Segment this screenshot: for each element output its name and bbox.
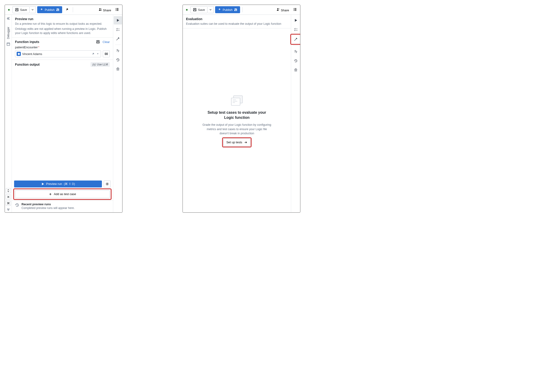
preview-run-header: Preview run Do a preview run of this log… — [12, 15, 113, 37]
rail-history-tab[interactable] — [114, 56, 122, 64]
command-button[interactable] — [6, 201, 11, 206]
setup-tests-button[interactable]: Set up tests — [223, 139, 250, 146]
right-rail — [291, 15, 300, 212]
svg-point-26 — [296, 69, 296, 70]
clear-inputs-link[interactable]: Clear — [103, 40, 110, 44]
debugger-rail-label[interactable]: Debugger — [7, 27, 10, 39]
rail-deploy-tab[interactable] — [114, 65, 122, 73]
checklist-icon — [294, 28, 298, 31]
collapse-down-icon[interactable] — [7, 208, 10, 211]
evaluation-panel: Save Publish Share Evaluation Evaluation… — [182, 5, 300, 213]
use-llm-chip[interactable]: (x) Use LLM — [90, 62, 110, 67]
list-icon — [293, 7, 297, 12]
gear-icon — [105, 182, 109, 186]
toc-button[interactable] — [113, 7, 120, 12]
hammer-icon — [294, 37, 298, 41]
arrow-right-icon — [244, 141, 247, 144]
close-rail-button[interactable] — [6, 194, 11, 199]
command-icon — [7, 202, 10, 204]
evaluation-desc: Evaluation suites can be used to evaluat… — [186, 22, 288, 26]
sliders-icon — [234, 8, 237, 12]
input-field-label: patientEncounter* — [15, 46, 110, 49]
svg-point-20 — [278, 8, 279, 9]
rail-deploy-tab[interactable] — [292, 66, 300, 74]
rail-variables-tab[interactable] — [114, 46, 122, 55]
open-external-button[interactable] — [63, 8, 70, 12]
save-inputs-icon[interactable] — [96, 40, 100, 44]
object-icon — [17, 52, 21, 56]
resize-updown-button[interactable] — [6, 188, 11, 193]
toc-button[interactable] — [291, 7, 298, 12]
save-more-button[interactable] — [30, 6, 36, 13]
patient-encounter-input[interactable]: Vincent Adams — [15, 50, 101, 57]
publish-button[interactable]: Publish — [215, 6, 240, 13]
svg-point-18 — [236, 10, 237, 10]
status-indicator-dot — [186, 9, 188, 11]
save-button[interactable]: Save — [13, 6, 30, 13]
publish-label: Publish — [223, 8, 233, 12]
svg-point-21 — [293, 8, 294, 8]
share-label: Share — [281, 8, 289, 12]
preview-run-desc1: Do a preview run of this logic to ensure… — [15, 22, 110, 26]
empty-state-illustration — [229, 94, 244, 107]
add-as-test-case-button[interactable]: Add as test case — [15, 190, 110, 198]
play-icon — [294, 19, 298, 22]
recent-sub: Completed preview runs will appear here. — [21, 206, 75, 210]
arrow-up-right-icon[interactable] — [91, 52, 95, 56]
rail-run-tab[interactable] — [114, 16, 122, 25]
checklist-icon — [116, 28, 120, 31]
status-indicator-dot — [8, 9, 10, 11]
hammer-icon — [116, 37, 120, 41]
panel-resize-icon — [104, 52, 108, 56]
share-button[interactable]: Share — [275, 8, 290, 12]
rocket-icon — [294, 68, 298, 72]
share-label: Share — [103, 8, 111, 12]
publish-sparkle-icon — [218, 8, 221, 12]
top-toolbar: Save Publish Share — [183, 5, 300, 15]
evaluation-empty-state: Setup test cases to evaluate your Logic … — [183, 28, 291, 212]
rail-run-tab[interactable] — [292, 16, 300, 25]
svg-point-7 — [115, 9, 116, 9]
history-icon — [15, 203, 19, 207]
rail-history-tab[interactable] — [292, 57, 300, 65]
publish-label: Publish — [45, 8, 55, 12]
svg-point-17 — [236, 9, 236, 9]
sliders-icon — [56, 8, 60, 12]
rail-checklist-tab[interactable] — [114, 25, 122, 34]
caret-down-icon[interactable] — [96, 52, 99, 56]
arrow-up-right-icon — [65, 8, 69, 11]
rail-variables-tab[interactable] — [292, 47, 300, 56]
action-bar: Preview run (⌘ ⇧ D) Add as test case — [12, 179, 113, 200]
rail-evaluation-tab[interactable] — [292, 35, 300, 43]
empty-state-sub: Grade the output of your Logic function … — [202, 123, 271, 135]
left-rail: Debugger — [5, 15, 12, 212]
preview-run-panel: Save Publish Share Debugger — [5, 5, 122, 213]
chevron-down-icon — [31, 8, 34, 11]
recent-title: Recent preview runs — [21, 203, 75, 206]
rail-checklist-tab[interactable] — [292, 25, 300, 34]
top-toolbar: Save Publish Share — [5, 5, 122, 15]
panel-icon[interactable] — [7, 42, 10, 46]
rail-evaluation-tab[interactable] — [114, 35, 122, 43]
share-button[interactable]: Share — [97, 8, 112, 12]
input-extra-button[interactable] — [103, 50, 110, 57]
function-inputs-section: Function inputs Clear patientEncounter* … — [12, 38, 113, 60]
save-more-button[interactable] — [208, 6, 214, 13]
chevron-down-icon — [209, 8, 212, 11]
save-button[interactable]: Save — [190, 6, 208, 13]
people-icon — [276, 8, 280, 11]
svg-point-1 — [57, 10, 57, 11]
collapse-left-icon[interactable] — [7, 17, 10, 20]
svg-point-8 — [115, 10, 116, 11]
publish-button[interactable]: Publish — [37, 6, 63, 13]
svg-point-2 — [57, 9, 58, 9]
variables-icon — [116, 49, 120, 52]
right-rail — [113, 15, 122, 212]
save-icon — [15, 8, 19, 12]
preview-run-button[interactable]: Preview run (⌘ ⇧ D) — [14, 181, 102, 188]
variables-icon — [294, 50, 298, 53]
run-settings-button[interactable] — [104, 181, 111, 188]
save-label: Save — [198, 8, 205, 12]
toolbar-separator — [73, 7, 73, 12]
preview-run-shortcut: (⌘ ⇧ D) — [64, 182, 75, 186]
